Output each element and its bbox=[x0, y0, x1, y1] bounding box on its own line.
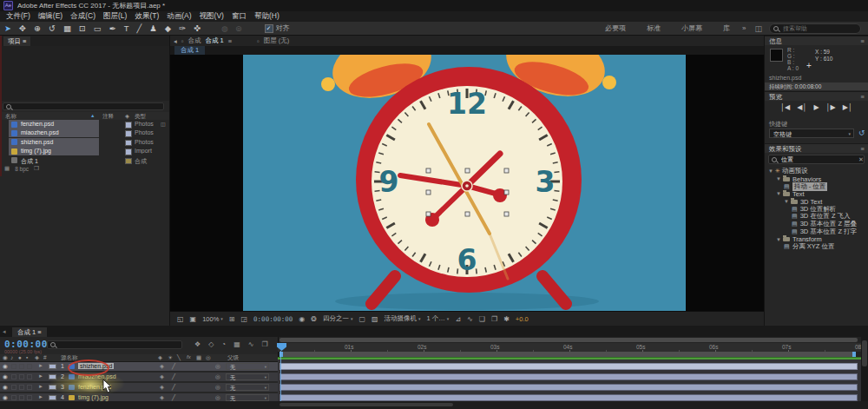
viewer-canvas[interactable]: 12 3 6 9 bbox=[170, 55, 764, 311]
project-row[interactable]: miaozhen.psdPhotos bbox=[0, 129, 169, 137]
panel-menu-icon[interactable]: ≡ bbox=[861, 144, 865, 154]
switch-box[interactable] bbox=[19, 385, 24, 390]
channel-icon[interactable]: ❂ bbox=[311, 315, 317, 323]
layer-color-chip[interactable] bbox=[49, 385, 56, 391]
menu-item-7[interactable]: 视图(V) bbox=[200, 11, 224, 22]
reset-icon[interactable]: ↺ bbox=[858, 129, 865, 137]
layer-color-chip[interactable] bbox=[49, 364, 56, 370]
shape-tool[interactable]: ▭ bbox=[94, 23, 102, 33]
layer-duration-bar[interactable] bbox=[279, 363, 858, 370]
zoom-tool[interactable]: ⊕ bbox=[34, 23, 41, 33]
layer-row[interactable]: ◉►2miaozhen.psd◈╱◎无▾ bbox=[0, 373, 278, 381]
time-ruler[interactable]: 01s02s03s04s05s06s07s08s bbox=[278, 343, 861, 352]
layer-duration-bar[interactable] bbox=[279, 384, 858, 391]
menu-item-3[interactable]: 合成(C) bbox=[70, 11, 95, 22]
effects-search-input[interactable] bbox=[779, 155, 856, 163]
menu-item-1[interactable]: 文件(F) bbox=[6, 11, 30, 22]
layer-row[interactable]: ◉►3fenzhen.psd◈╱◎无▾ bbox=[0, 383, 278, 392]
region-of-interest-icon[interactable]: ▢ bbox=[358, 315, 365, 323]
quality-switch-icon[interactable]: ╱ bbox=[172, 363, 175, 370]
shortcut-select[interactable]: 空格键▾ bbox=[769, 129, 854, 138]
parent-select[interactable]: 无▾ bbox=[226, 384, 269, 391]
label-color-chip[interactable] bbox=[125, 130, 132, 137]
collapse-switch-icon[interactable]: ◈ bbox=[160, 394, 164, 401]
motion-blur-icon[interactable]: ∿ bbox=[248, 340, 254, 348]
expand-arrow-icon[interactable]: ► bbox=[38, 384, 43, 389]
timeline-button-icon[interactable]: ❏ bbox=[479, 315, 485, 323]
composition-canvas[interactable]: 12 3 6 9 bbox=[243, 55, 686, 311]
shy-icon[interactable]: ◔ bbox=[221, 340, 226, 348]
selection-handle[interactable] bbox=[504, 168, 509, 173]
layer-name[interactable]: miaozhen.psd bbox=[78, 373, 116, 379]
trash-icon[interactable]: ❒ bbox=[34, 165, 39, 172]
composition-tab-label[interactable]: 合成 bbox=[187, 36, 201, 45]
puppet-pin-tool[interactable]: ✜ bbox=[194, 23, 201, 33]
menu-item-5[interactable]: 效果(T) bbox=[135, 11, 159, 22]
snapshot-icon[interactable]: ◉ bbox=[299, 315, 305, 323]
eye-icon[interactable]: ◉ bbox=[3, 373, 8, 380]
flowchart-button-icon[interactable]: ❐ bbox=[491, 315, 497, 323]
pickwhip-icon[interactable]: ◎ bbox=[215, 394, 220, 401]
magnification-select[interactable]: 100%▾ bbox=[202, 315, 223, 323]
frame-blend-icon[interactable]: ▦ bbox=[233, 340, 240, 348]
clone-stamp-tool[interactable]: ♟ bbox=[149, 23, 157, 33]
effects-panel-header[interactable]: 效果和预设≡ bbox=[765, 143, 868, 153]
label-color-chip[interactable] bbox=[125, 148, 132, 155]
snap-checkbox[interactable]: ✓ bbox=[265, 24, 273, 33]
transparency-grid-icon[interactable]: ▨ bbox=[372, 315, 378, 323]
last-frame-button[interactable]: ▶│ bbox=[843, 103, 852, 111]
pickwhip-icon[interactable]: ◎ bbox=[215, 373, 220, 380]
switch-box[interactable] bbox=[27, 395, 32, 400]
preview-timecode[interactable]: 0:00:00:00 bbox=[253, 315, 293, 323]
sort-arrow-icon[interactable]: ▲ bbox=[90, 113, 95, 118]
expand-arrow-icon[interactable]: ► bbox=[38, 394, 43, 399]
selection-handle[interactable] bbox=[426, 212, 431, 216]
info-panel-header[interactable]: 信息≡ bbox=[765, 36, 868, 45]
composition-tab-name[interactable]: 合成 1 bbox=[205, 36, 223, 45]
quality-switch-icon[interactable]: ╱ bbox=[172, 394, 175, 401]
quality-switch-icon[interactable]: ╱ bbox=[172, 384, 175, 391]
workspace-toggle-icon[interactable]: ◫ bbox=[754, 24, 762, 33]
workspace-essentials[interactable]: 必要项 bbox=[605, 23, 626, 33]
expand-arrow-icon[interactable]: ► bbox=[38, 373, 43, 379]
play-button[interactable]: ▶ bbox=[813, 103, 819, 111]
playhead-line[interactable] bbox=[280, 351, 281, 401]
layer-name[interactable]: timg (7).jpg bbox=[78, 394, 108, 400]
switch-box[interactable] bbox=[19, 374, 24, 379]
selection-tool[interactable]: ➤ bbox=[4, 23, 11, 33]
panel-menu-icon[interactable]: ≡ bbox=[861, 92, 865, 102]
label-color-chip[interactable] bbox=[125, 122, 132, 129]
collapse-switch-icon[interactable]: ◈ bbox=[160, 384, 164, 391]
switch-box[interactable] bbox=[27, 364, 32, 369]
selection-handle[interactable] bbox=[465, 212, 470, 216]
effects-tree-item[interactable]: ▼Text bbox=[765, 190, 868, 198]
panel-back-icon[interactable]: ◂ bbox=[3, 328, 6, 335]
twirl-down-icon[interactable]: ▼ bbox=[776, 191, 781, 196]
eye-icon[interactable]: ◉ bbox=[3, 384, 8, 391]
layer-color-chip[interactable] bbox=[49, 374, 56, 380]
view-layout-select[interactable]: 1 个…▾ bbox=[427, 314, 450, 323]
pen-tool[interactable]: ✒ bbox=[109, 23, 116, 33]
selection-handle[interactable] bbox=[465, 168, 470, 173]
timeline-search-input[interactable] bbox=[56, 341, 176, 349]
panel-back-icon[interactable]: ◂ bbox=[174, 37, 177, 45]
selection-handle[interactable] bbox=[504, 190, 509, 195]
twirl-down-icon[interactable]: ▼ bbox=[776, 176, 781, 181]
clear-search-icon[interactable]: ✕ bbox=[858, 156, 864, 163]
effects-tree-item[interactable]: ▤分离 XYZ 位置 bbox=[765, 243, 868, 251]
rotation-tool[interactable]: ↺ bbox=[49, 23, 56, 33]
composition-mini-flow-icon[interactable]: ❖ bbox=[194, 340, 201, 348]
help-search-box[interactable] bbox=[769, 23, 861, 34]
menu-item-6[interactable]: 动画(A) bbox=[167, 11, 191, 22]
tab-layer-viewer[interactable]: 图层 (无) bbox=[264, 36, 290, 45]
tab-timeline-comp[interactable]: 合成 1 ≡ bbox=[12, 327, 47, 337]
switch-box[interactable] bbox=[19, 364, 24, 369]
mask-visibility-icon[interactable]: ◲ bbox=[241, 315, 248, 323]
switch-box[interactable] bbox=[27, 374, 32, 379]
project-row[interactable]: shizhen.psdPhotos bbox=[0, 138, 169, 147]
next-frame-button[interactable]: │▶ bbox=[826, 103, 836, 111]
label-color-chip[interactable] bbox=[125, 140, 132, 147]
workspace-small-screen[interactable]: 小屏幕 bbox=[681, 23, 702, 33]
twirl-down-icon[interactable]: ▼ bbox=[776, 237, 781, 242]
project-settings-icon[interactable]: ▦ bbox=[4, 165, 10, 172]
